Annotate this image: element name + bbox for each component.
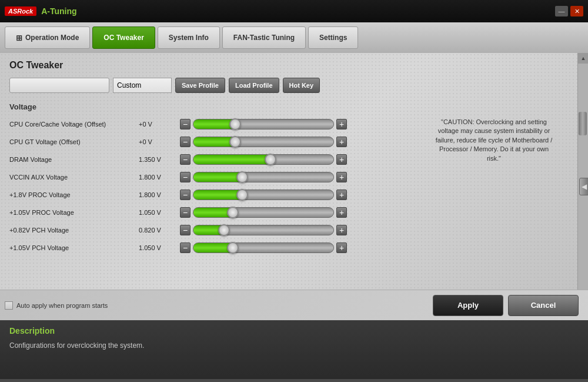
slider-increase-btn[interactable]: + — [336, 137, 347, 147]
main-content: OC Tweaker Custom Save Profile Load Prof… — [0, 53, 588, 320]
slider-track — [193, 137, 334, 147]
apply-button[interactable]: Apply — [433, 295, 503, 316]
tab-fan-tastic-label: FAN-Tastic Tuning — [233, 34, 295, 42]
slider-container: − + — [180, 207, 347, 218]
voltage-name: CPU GT Voltage (Offset) — [9, 138, 139, 145]
voltage-row: +1.8V PROC Voltage 1.800 V − + — [9, 187, 579, 203]
tab-fan-tastic[interactable]: FAN-Tastic Tuning — [222, 26, 306, 49]
bottom-bar: Auto apply when program starts Apply Can… — [0, 290, 588, 320]
slider-fill — [193, 155, 270, 164]
auto-apply-text: Auto apply when program starts — [16, 302, 108, 309]
scroll-up-arrow[interactable]: ▲ — [578, 53, 588, 64]
nav-bar: ⊞ Operation Mode OC Tweaker System Info … — [0, 22, 588, 53]
voltage-value: 1.350 V — [139, 156, 180, 163]
voltage-value: 1.050 V — [139, 209, 180, 216]
slider-decrease-btn[interactable]: − — [180, 137, 191, 147]
slider-container: − + — [180, 190, 347, 200]
slider-container: − + — [180, 137, 347, 147]
voltage-value: 1.050 V — [139, 244, 180, 251]
save-profile-button[interactable]: Save Profile — [175, 78, 225, 93]
slider-track — [193, 172, 334, 182]
page-title: OC Tweaker — [9, 60, 579, 71]
slider-decrease-btn[interactable]: − — [180, 119, 191, 129]
slider-fill — [193, 172, 242, 182]
profile-dropdown[interactable] — [9, 78, 109, 93]
voltage-row: VCCIN AUX Voltage 1.800 V − + — [9, 169, 579, 185]
slider-thumb[interactable] — [218, 224, 230, 236]
tab-settings[interactable]: Settings — [308, 26, 358, 49]
title-bar: ASRock A-Tuning — ✕ — [0, 0, 588, 22]
action-buttons: Apply Cancel — [433, 295, 579, 316]
load-profile-button[interactable]: Load Profile — [229, 78, 279, 93]
auto-apply-checkbox[interactable] — [5, 301, 13, 310]
slider-container: − + — [180, 154, 347, 165]
voltage-row: +0.82V PCH Voltage 0.820 V − + — [9, 222, 579, 238]
voltage-value: +0 V — [139, 121, 180, 128]
panel-collapse-arrow[interactable]: ◀ — [579, 178, 588, 195]
voltage-value: 0.820 V — [139, 227, 180, 234]
voltage-header: Voltage — [9, 102, 579, 111]
slider-container: − + — [180, 172, 347, 182]
tab-system-info-label: System Info — [169, 34, 209, 42]
slider-track — [193, 243, 334, 253]
slider-decrease-btn[interactable]: − — [180, 225, 191, 235]
content-area: OC Tweaker Custom Save Profile Load Prof… — [0, 53, 588, 320]
profile-name-input[interactable]: Custom — [113, 78, 172, 93]
scrollbar-thumb[interactable] — [579, 112, 587, 135]
voltage-row: +1.05V PCH Voltage 1.050 V − + — [9, 240, 579, 256]
grid-icon: ⊞ — [16, 34, 22, 42]
slider-thumb[interactable] — [229, 118, 241, 130]
description-bar: Description Configurations for overclock… — [0, 320, 588, 379]
slider-decrease-btn[interactable]: − — [180, 154, 191, 165]
slider-fill — [193, 190, 242, 200]
tab-operation-mode[interactable]: ⊞ Operation Mode — [5, 26, 90, 49]
close-button[interactable]: ✕ — [570, 6, 583, 16]
slider-track — [193, 154, 334, 165]
tab-settings-label: Settings — [319, 34, 347, 42]
slider-increase-btn[interactable]: + — [336, 190, 347, 200]
voltage-name: VCCIN AUX Voltage — [9, 174, 139, 181]
slider-thumb[interactable] — [236, 171, 248, 183]
description-text: Configurations for overclocking the syst… — [9, 340, 579, 351]
slider-thumb[interactable] — [265, 154, 276, 165]
slider-track — [193, 207, 334, 218]
asrock-logo: ASRock — [5, 6, 36, 16]
slider-container: − + — [180, 119, 347, 129]
voltage-name: CPU Core/Cache Voltage (Offset) — [9, 121, 139, 128]
caution-box: "CAUTION: Overclocking and setting volta… — [435, 118, 553, 163]
cancel-button[interactable]: Cancel — [508, 295, 579, 316]
hot-key-button[interactable]: Hot Key — [283, 78, 320, 93]
slider-increase-btn[interactable]: + — [336, 207, 347, 218]
slider-thumb[interactable] — [229, 136, 241, 148]
auto-apply-label[interactable]: Auto apply when program starts — [5, 301, 108, 310]
tab-oc-tweaker-label: OC Tweaker — [103, 34, 143, 42]
title-bar-left: ASRock A-Tuning — [5, 6, 77, 16]
tab-oc-tweaker[interactable]: OC Tweaker — [92, 26, 155, 49]
slider-container: − + — [180, 243, 347, 253]
slider-increase-btn[interactable]: + — [336, 154, 347, 165]
slider-increase-btn[interactable]: + — [336, 172, 347, 182]
slider-thumb[interactable] — [236, 189, 248, 201]
app-title: A-Tuning — [41, 6, 76, 16]
voltage-name: +0.82V PCH Voltage — [9, 227, 139, 234]
slider-decrease-btn[interactable]: − — [180, 172, 191, 182]
slider-decrease-btn[interactable]: − — [180, 243, 191, 253]
minimize-button[interactable]: — — [555, 6, 568, 16]
slider-track — [193, 225, 334, 235]
tab-operation-mode-label: Operation Mode — [25, 34, 79, 42]
slider-increase-btn[interactable]: + — [336, 119, 347, 129]
slider-increase-btn[interactable]: + — [336, 243, 347, 253]
profile-bar: Custom Save Profile Load Profile Hot Key — [9, 78, 579, 93]
tab-system-info[interactable]: System Info — [158, 26, 220, 49]
slider-decrease-btn[interactable]: − — [180, 207, 191, 218]
voltage-value: +0 V — [139, 138, 180, 145]
title-bar-controls: — ✕ — [555, 6, 583, 16]
voltage-row: +1.05V PROC Voltage 1.050 V − + — [9, 204, 579, 221]
slider-decrease-btn[interactable]: − — [180, 190, 191, 200]
slider-increase-btn[interactable]: + — [336, 225, 347, 235]
voltage-name: +1.05V PCH Voltage — [9, 244, 139, 251]
slider-thumb[interactable] — [227, 242, 239, 254]
voltage-value: 1.800 V — [139, 191, 180, 198]
slider-thumb[interactable] — [227, 207, 239, 218]
slider-track — [193, 119, 334, 129]
